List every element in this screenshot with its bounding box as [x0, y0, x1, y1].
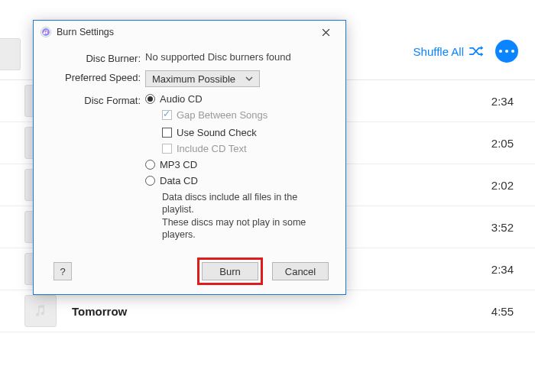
burn-button-highlight: Burn: [197, 258, 263, 285]
preferred-speed-select[interactable]: Maximum Possible: [145, 70, 260, 87]
track-row[interactable]: Tomorrow4:55: [0, 290, 535, 332]
shuffle-icon: [469, 46, 485, 57]
track-duration: 4:55: [480, 305, 514, 318]
dialog-title: Burn Settings: [57, 27, 312, 37]
shuffle-all-button[interactable]: Shuffle All: [413, 45, 485, 58]
close-button[interactable]: [312, 24, 339, 40]
shuffle-all-label: Shuffle All: [413, 45, 464, 58]
itunes-icon: [40, 26, 52, 38]
include-cd-text-label: Include CD Text: [177, 143, 247, 154]
radio-icon: [145, 160, 155, 170]
data-cd-note-line2: These discs may not play in some players…: [162, 216, 329, 241]
disc-format-label: Disc Format:: [54, 93, 144, 106]
cancel-button-label: Cancel: [285, 266, 316, 277]
gap-between-songs-label: Gap Between Songs: [177, 109, 268, 121]
help-button-label: ?: [60, 266, 65, 277]
dialog-body: Disc Burner: No supported Disc burners f…: [34, 44, 345, 241]
preferred-speed-value: Maximum Possible: [152, 73, 235, 85]
radio-audio-cd-label: Audio CD: [160, 93, 203, 105]
track-artwork: [24, 295, 57, 327]
burn-button[interactable]: Burn: [202, 262, 258, 280]
disc-burner-value: No supported Disc burners found: [144, 51, 329, 63]
check-include-cd-text: Include CD Text: [162, 143, 329, 154]
track-duration: 2:34: [480, 95, 514, 108]
track-title: Tomorrow: [72, 305, 480, 318]
chevron-down-icon: [245, 76, 253, 81]
track-duration: 2:05: [480, 137, 514, 150]
dialog-footer: ? Burn Cancel: [34, 258, 345, 285]
burn-button-label: Burn: [219, 266, 240, 277]
more-options-button[interactable]: [495, 40, 518, 63]
track-duration: 2:34: [480, 263, 514, 276]
radio-data-cd-label: Data CD: [160, 175, 198, 186]
checkbox-icon: [162, 110, 172, 120]
radio-icon: [145, 176, 155, 186]
burn-settings-dialog: Burn Settings Disc Burner: No supported …: [33, 20, 346, 295]
use-sound-check-label: Use Sound Check: [177, 127, 257, 138]
cancel-button[interactable]: Cancel: [272, 262, 329, 280]
radio-audio-cd[interactable]: Audio CD: [145, 93, 329, 105]
data-cd-note-line1: Data discs include all files in the play…: [162, 191, 329, 216]
radio-data-cd[interactable]: Data CD: [145, 175, 329, 186]
track-duration: 2:02: [480, 179, 514, 192]
radio-mp3-cd[interactable]: MP3 CD: [145, 159, 329, 170]
radio-mp3-cd-label: MP3 CD: [160, 159, 197, 170]
header-actions: Shuffle All: [413, 40, 518, 63]
help-button[interactable]: ?: [54, 262, 72, 280]
track-duration: 3:52: [480, 221, 514, 234]
preferred-speed-label: Preferred Speed:: [54, 70, 144, 83]
dialog-titlebar: Burn Settings: [34, 21, 345, 44]
data-cd-note: Data discs include all files in the play…: [162, 191, 329, 241]
checkbox-icon: [162, 128, 172, 138]
check-gap-between-songs: Gap Between Songs: [162, 109, 329, 121]
playlist-artwork: [0, 38, 21, 70]
disc-burner-label: Disc Burner:: [54, 51, 144, 64]
radio-icon: [145, 94, 155, 104]
checkbox-icon: [162, 144, 172, 154]
check-use-sound-check[interactable]: Use Sound Check: [162, 127, 329, 138]
